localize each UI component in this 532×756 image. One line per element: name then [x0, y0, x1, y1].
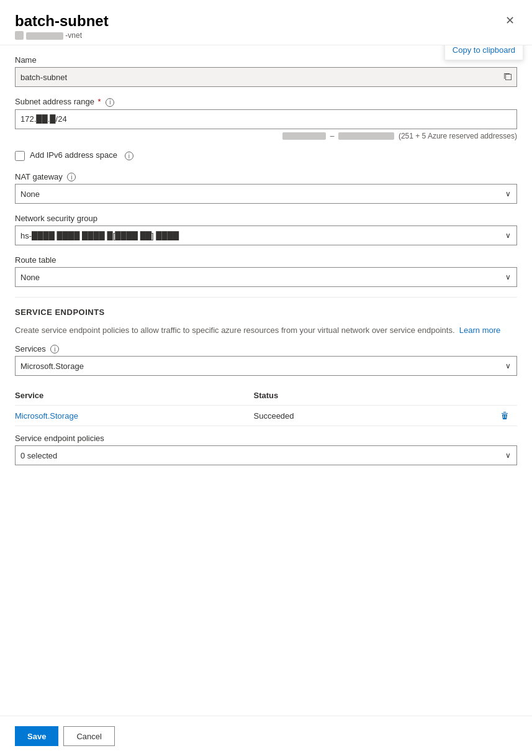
ipv6-info-icon[interactable]: i — [125, 152, 133, 160]
ipv6-checkbox-row: Add IPv6 address space i — [15, 150, 517, 162]
services-select[interactable]: Microsoft.Storage — [15, 356, 517, 376]
nsg-select-wrapper: hs-████ ████ ████ █[████ ██] ████ ∨ — [15, 225, 517, 245]
nat-gateway-info-icon[interactable]: i — [67, 173, 76, 181]
nat-gateway-group: NAT gateway i None ∨ — [15, 172, 517, 204]
service-info-main-text: Create service endpoint policies to allo… — [15, 326, 455, 335]
address-range-end-blurred — [338, 132, 394, 140]
copy-icon — [503, 72, 513, 82]
route-table-label: Route table — [15, 255, 517, 265]
learn-more-link[interactable]: Learn more — [459, 326, 500, 335]
copy-tooltip: Copy to clipboard — [444, 45, 523, 60]
panel-subtitle: -vnet — [15, 31, 109, 40]
services-table-header: Service Status — [15, 386, 517, 406]
col-action-header — [492, 391, 517, 400]
nsg-select[interactable]: hs-████ ████ ████ █[████ ██] ████ — [15, 225, 517, 245]
route-table-select-wrapper: None ∨ — [15, 267, 517, 287]
service-endpoint-policies-label: Service endpoint policies — [15, 434, 517, 443]
nsg-group: Network security group hs-████ ████ ████… — [15, 214, 517, 245]
subnet-panel: batch-subnet -vnet ✕ Name — [0, 0, 532, 756]
address-range-start-blurred — [282, 132, 326, 140]
cancel-button[interactable]: Cancel — [63, 726, 114, 746]
name-label: Name — [15, 55, 517, 65]
delete-service-button[interactable] — [492, 411, 517, 421]
panel-footer: Save Cancel — [0, 716, 532, 756]
close-button[interactable]: ✕ — [503, 12, 517, 29]
services-info-icon[interactable]: i — [50, 345, 59, 353]
ipv6-checkbox[interactable] — [15, 151, 25, 161]
service-endpoints-info: Create service endpoint policies to allo… — [15, 324, 517, 337]
subtitle-text: -vnet — [26, 31, 82, 40]
service-cell: Microsoft.Storage — [15, 411, 254, 421]
save-button[interactable]: Save — [15, 726, 58, 746]
required-star: * — [98, 97, 101, 106]
copy-to-clipboard-button[interactable] — [503, 72, 513, 82]
name-input-wrapper: Copy to clipboard — [15, 67, 517, 87]
address-hint: – (251 + 5 Azure reserved addresses) — [15, 132, 517, 140]
address-hint-text: (251 + 5 Azure reserved addresses) — [399, 132, 517, 140]
subnet-address-input[interactable] — [15, 109, 517, 129]
route-table-group: Route table None ∨ — [15, 255, 517, 287]
nsg-label: Network security group — [15, 214, 517, 223]
route-table-select[interactable]: None — [15, 267, 517, 287]
nat-gateway-select-wrapper: None ∨ — [15, 184, 517, 204]
trash-icon — [500, 411, 510, 421]
vnet-icon — [15, 31, 24, 40]
panel-body: Name Copy to clipboard Subnet address ra… — [0, 45, 532, 716]
services-group: Services i Microsoft.Storage ∨ — [15, 344, 517, 376]
subnet-address-info-icon[interactable]: i — [106, 98, 114, 107]
nat-gateway-select[interactable]: None — [15, 184, 517, 204]
header-left: batch-subnet -vnet — [15, 12, 109, 40]
name-input[interactable] — [15, 67, 517, 87]
name-group: Name Copy to clipboard — [15, 55, 517, 87]
service-endpoint-policies-select[interactable]: 0 selected — [15, 445, 517, 465]
subnet-address-group: Subnet address range * i – (251 + 5 Azur… — [15, 97, 517, 140]
table-row: Microsoft.Storage Succeeded — [15, 406, 517, 426]
service-endpoint-policies-select-wrapper: 0 selected ∨ — [15, 445, 517, 465]
col-service-header: Service — [15, 391, 254, 400]
subnet-address-label: Subnet address range * i — [15, 97, 517, 107]
divider — [15, 297, 517, 298]
panel-header: batch-subnet -vnet ✕ — [0, 0, 532, 45]
service-endpoint-policies-group: Service endpoint policies 0 selected ∨ — [15, 434, 517, 465]
panel-title: batch-subnet — [15, 12, 109, 30]
ipv6-label: Add IPv6 address space — [30, 150, 117, 160]
services-label: Services i — [15, 344, 517, 354]
subtitle-vnet-blurred — [26, 32, 63, 40]
subtitle-vnet-suffix: -vnet — [65, 31, 82, 40]
status-cell: Succeeded — [254, 411, 493, 421]
service-endpoints-section-title: SERVICE ENDPOINTS — [15, 307, 517, 317]
col-status-header: Status — [254, 391, 493, 400]
services-select-wrapper: Microsoft.Storage ∨ — [15, 356, 517, 376]
nat-gateway-label: NAT gateway i — [15, 172, 517, 182]
